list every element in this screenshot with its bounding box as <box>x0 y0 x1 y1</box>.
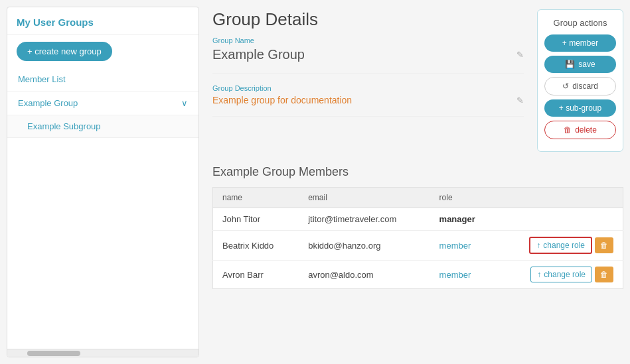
members-table-body: John Titorjtitor@timetraveler.commanager… <box>213 208 623 289</box>
group-actions-title: Group actions <box>544 18 616 28</box>
discard-button[interactable]: ↺ discard <box>544 77 616 95</box>
sidebar-item-example-subgroup[interactable]: Example Subgroup <box>7 115 198 138</box>
member-email: avron@aldo.com <box>299 261 430 289</box>
member-role: manager <box>430 208 497 231</box>
delete-icon: 🗑 <box>564 125 572 135</box>
trash-icon: 🗑 <box>600 241 608 250</box>
sidebar-item-label: Member List <box>18 74 66 84</box>
group-name-edit-icon[interactable]: ✎ <box>516 50 524 60</box>
action-cell: ↑ change role🗑 <box>497 231 623 261</box>
member-email: jtitor@timetraveler.com <box>299 208 430 231</box>
group-name-section: Group Name Example Group ✎ <box>212 36 524 74</box>
group-name-value: Example Group ✎ <box>212 47 524 62</box>
col-email: email <box>299 188 430 208</box>
add-member-button[interactable]: + member <box>544 34 616 52</box>
discard-icon: ↺ <box>562 82 569 91</box>
sidebar-subitem-label: Example Subgroup <box>27 121 101 131</box>
add-subgroup-button[interactable]: + sub-group <box>544 99 616 117</box>
delete-member-button[interactable]: 🗑 <box>595 237 613 253</box>
change-role-button[interactable]: ↑ change role <box>529 237 592 254</box>
member-name: Avron Barr <box>213 261 299 289</box>
main-content: Group Details Group Name Example Group ✎… <box>206 0 630 364</box>
table-row: Beatrix Kiddobkiddo@hanzo.orgmember↑ cha… <box>213 231 623 261</box>
group-actions-panel: Group actions + member 💾 save ↺ discard … <box>537 9 623 152</box>
group-description-edit-icon[interactable]: ✎ <box>516 95 524 105</box>
delete-button[interactable]: 🗑 delete <box>544 121 616 139</box>
arrow-up-icon: ↑ <box>536 241 540 250</box>
arrow-up-icon: ↑ <box>537 270 541 279</box>
col-name: name <box>213 188 299 208</box>
member-role: member <box>430 261 497 289</box>
chevron-down-icon: ∨ <box>181 98 188 108</box>
sidebar-item-member-list[interactable]: Member List <box>7 68 198 91</box>
sidebar-scrollbar[interactable] <box>7 349 198 357</box>
top-section: Group Details Group Name Example Group ✎… <box>212 9 623 152</box>
table-row: John Titorjtitor@timetraveler.commanager <box>213 208 623 231</box>
member-name: Beatrix Kiddo <box>213 231 299 261</box>
col-actions <box>497 188 623 208</box>
group-details-area: Group Details Group Name Example Group ✎… <box>212 9 524 152</box>
members-table: name email role John Titorjtitor@timetra… <box>212 187 623 289</box>
members-title: Example Group Members <box>212 165 623 179</box>
page-title: Group Details <box>212 9 524 30</box>
group-description-label: Group Description <box>212 84 524 92</box>
sidebar: My User Groups + create new group Member… <box>7 7 199 357</box>
save-button[interactable]: 💾 save <box>544 56 616 73</box>
change-role-button[interactable]: ↑ change role <box>530 267 592 282</box>
member-name: John Titor <box>213 208 299 231</box>
members-table-header: name email role <box>213 188 623 208</box>
trash-icon: 🗑 <box>600 270 608 279</box>
action-cell <box>497 208 623 231</box>
member-role: member <box>430 231 497 261</box>
sidebar-title: My User Groups <box>7 7 198 35</box>
action-cell: ↑ change role🗑 <box>497 261 623 289</box>
sidebar-item-label: Example Group <box>18 98 78 108</box>
sidebar-item-example-group[interactable]: Example Group ∨ <box>7 91 198 115</box>
group-description-section: Group Description Example group for docu… <box>212 84 524 117</box>
members-section: Example Group Members name email role Jo… <box>212 165 623 289</box>
col-role: role <box>430 188 497 208</box>
sidebar-scrollbar-thumb <box>27 351 80 356</box>
group-name-label: Group Name <box>212 36 524 44</box>
group-description-value: Example group for documentation ✎ <box>212 95 524 105</box>
member-email: bkiddo@hanzo.org <box>299 231 430 261</box>
delete-member-button[interactable]: 🗑 <box>595 267 613 282</box>
save-icon: 💾 <box>565 60 575 69</box>
table-row: Avron Barravron@aldo.commember↑ change r… <box>213 261 623 289</box>
create-new-group-button[interactable]: + create new group <box>17 42 112 61</box>
